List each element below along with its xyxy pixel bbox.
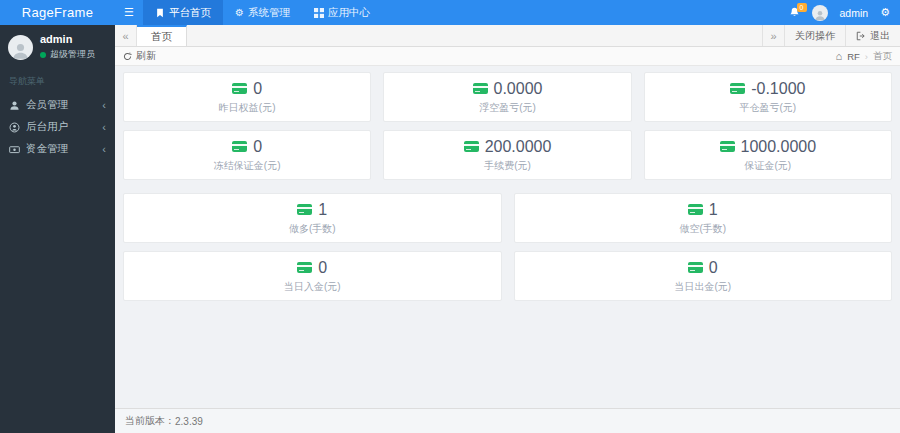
tabs-scroll-right-button[interactable]: » [762,25,784,46]
sidebar-item-members[interactable]: 会员管理 ‹ [0,94,115,116]
version-value: 2.3.39 [175,416,203,427]
stat-value: 0 [253,138,262,156]
breadcrumb-current: 首页 [873,50,892,63]
chevron-left-icon: ‹ [102,99,106,111]
stat-card-long-lots: 1 做多(手数) [123,193,502,243]
sign-out-icon [856,31,866,41]
main-area: « 首页 » 关闭操作 退出 刷新 ⌂ RF › 首页 [115,25,900,433]
credit-card-icon [297,262,312,273]
nav-item-app-center[interactable]: 应用中心 [302,0,382,25]
stats-row-3: 1 做多(手数) 1 做空(手数) [123,193,892,243]
stat-card-frozen-margin: 0 冻结保证金(元) [123,130,371,180]
stat-value: 1 [709,201,718,219]
stat-value: 1000.0000 [741,138,817,156]
credit-card-icon [720,141,735,152]
sidebar-username: admin [40,33,95,46]
stat-card-closed-pl: -0.1000 平仓盈亏(元) [644,72,892,122]
sidebar-item-backend-users[interactable]: 后台用户 ‹ [0,116,115,138]
chevron-left-icon: ‹ [102,143,106,155]
close-actions-button[interactable]: 关闭操作 [784,25,845,46]
bookmark-icon [155,8,165,18]
stat-label: 浮空盈亏(元) [479,101,536,115]
person-icon [9,100,26,111]
stat-card-margin: 1000.0000 保证金(元) [644,130,892,180]
stat-label: 保证金(元) [744,159,791,173]
stats-row-1: 0 昨日权益(元) 0.0000 浮空盈亏(元) -0.1000 平仓盈亏(元) [123,72,892,122]
credit-card-icon [232,83,247,94]
logout-label: 退出 [870,29,890,43]
breadcrumb: ⌂ RF › 首页 [836,50,893,63]
gears-icon: ⚙ [235,8,244,18]
nav-item-label: 平台首页 [169,6,211,20]
stat-card-yesterday-equity: 0 昨日权益(元) [123,72,371,122]
credit-card-icon [232,141,247,152]
stat-value: 0 [253,80,262,98]
stat-value: 0 [709,259,718,277]
sidebar-item-label: 资金管理 [26,142,68,156]
sidebar-user-panel: admin 超级管理员 [0,25,115,71]
credit-card-icon [464,141,479,152]
stats-row-2: 0 冻结保证金(元) 200.0000 手续费(元) 1000.0000 保证金… [123,130,892,180]
breadcrumb-separator: › [865,51,868,62]
notifications-button[interactable]: 0 [789,7,800,18]
user-circle-icon [9,122,26,133]
credit-card-icon [688,262,703,273]
sidebar-user-role: 超级管理员 [40,48,95,61]
nav-item-label: 应用中心 [328,6,370,20]
stat-label: 手续费(元) [484,159,531,173]
stat-label: 冻结保证金(元) [214,159,281,173]
sidebar: admin 超级管理员 导航菜单 会员管理 ‹ 后台用户 ‹ 资金管理 ‹ [0,25,115,433]
stat-label: 做多(手数) [289,222,336,236]
version-footer: 当前版本： 2.3.39 [115,408,900,433]
credit-card-icon [473,83,488,94]
stat-label: 平仓盈亏(元) [739,101,796,115]
sidebar-item-funds[interactable]: 资金管理 ‹ [0,138,115,160]
sidebar-item-label: 后台用户 [26,120,68,134]
hamburger-icon: ☰ [124,6,134,19]
tab-home[interactable]: 首页 [137,25,187,46]
stats-row-4: 0 当日入金(元) 0 当日出金(元) [123,251,892,301]
nav-item-system-manage[interactable]: ⚙ 系统管理 [223,0,302,25]
credit-card-icon [297,204,312,215]
online-status-dot [40,52,46,58]
topbar-spacer [382,0,789,25]
grid-icon [314,8,324,18]
dashboard-content: 0 昨日权益(元) 0.0000 浮空盈亏(元) -0.1000 平仓盈亏(元)… [115,66,900,408]
stat-label: 做空(手数) [679,222,726,236]
refresh-label: 刷新 [136,49,156,63]
top-bar: RageFrame ☰ 平台首页 ⚙ 系统管理 应用中心 0 [0,0,900,25]
stat-card-fees: 200.0000 手续费(元) [383,130,631,180]
nav-item-platform-home[interactable]: 平台首页 [143,0,223,25]
money-icon [9,144,26,155]
user-avatar[interactable] [812,5,828,21]
username-menu[interactable]: admin [840,7,869,19]
sidebar-section-title: 导航菜单 [0,71,115,94]
chevron-left-icon: ‹ [102,121,106,133]
stat-value: 1 [318,201,327,219]
tabs-scroll-left-button[interactable]: « [115,25,137,46]
stat-card-today-withdraw: 0 当日出金(元) [514,251,893,301]
brand-logo[interactable]: RageFrame [0,0,115,25]
toolbar: 刷新 ⌂ RF › 首页 [115,47,900,66]
sidebar-user-info: admin 超级管理员 [40,33,95,61]
logout-button[interactable]: 退出 [845,25,900,46]
stat-label: 当日入金(元) [284,280,341,294]
stat-value: -0.1000 [751,80,805,98]
credit-card-icon [688,204,703,215]
version-label: 当前版本： [125,414,175,428]
sidebar-avatar [8,35,33,60]
stat-card-floating-pl: 0.0000 浮空盈亏(元) [383,72,631,122]
stat-value: 0.0000 [494,80,543,98]
stat-card-short-lots: 1 做空(手数) [514,193,893,243]
settings-gear-icon[interactable]: ⚙ [880,6,890,19]
refresh-button[interactable]: 刷新 [123,49,156,63]
close-actions-label: 关闭操作 [795,29,835,43]
notification-badge: 0 [797,3,807,12]
sidebar-item-label: 会员管理 [26,98,68,112]
stat-value: 0 [318,259,327,277]
sidebar-toggle-button[interactable]: ☰ [115,0,143,25]
breadcrumb-root[interactable]: RF [847,51,860,62]
role-label: 超级管理员 [50,48,95,61]
nav-item-label: 系统管理 [248,6,290,20]
tabbar-spacer [187,25,762,46]
